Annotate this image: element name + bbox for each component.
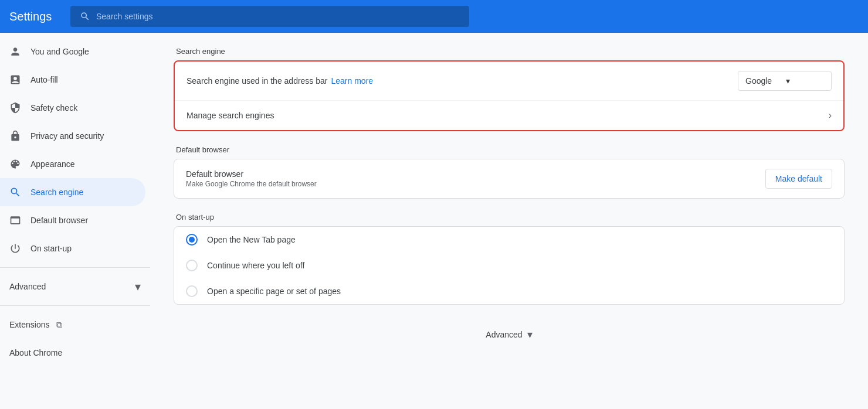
chevron-right-icon: › [829, 110, 832, 121]
search-engine-section-title: Search engine [174, 47, 845, 56]
sidebar-advanced[interactable]: Advanced ▾ [0, 272, 150, 301]
search-placeholder: Search settings [96, 12, 153, 21]
search-icon [80, 11, 90, 22]
on-startup-section-title: On start-up [174, 213, 845, 221]
browser-icon [9, 214, 21, 226]
autofill-icon [9, 74, 21, 86]
sidebar-label-default-browser: Default browser [30, 216, 88, 225]
external-link-icon: ⧉ [56, 320, 62, 330]
default-browser-card: Default browser Make Google Chrome the d… [174, 159, 845, 199]
sidebar-label-auto-fill: Auto-fill [30, 75, 58, 84]
main-content: Search engine Search engine used in the … [150, 33, 868, 409]
advanced-footer[interactable]: Advanced ▾ [174, 319, 845, 350]
default-browser-row: Default browser Make Google Chrome the d… [174, 159, 844, 198]
on-startup-card: Open the New Tab page Continue where you… [174, 226, 845, 305]
sidebar-advanced-label: Advanced [9, 282, 46, 291]
advanced-footer-chevron-icon: ▾ [527, 328, 533, 341]
radio-continue[interactable] [186, 260, 198, 271]
dropdown-value: Google [745, 76, 772, 86]
power-icon [9, 243, 21, 254]
sidebar: You and Google Auto-fill Safety check Pr… [0, 33, 150, 409]
sidebar-item-search-engine[interactable]: Search engine [0, 178, 145, 206]
sidebar-item-extensions[interactable]: Extensions ⧉ [0, 311, 150, 339]
learn-more-link[interactable]: Learn more [331, 76, 374, 86]
advanced-footer-label: Advanced [486, 330, 522, 339]
search-engine-card: Search engine used in the address bar Le… [174, 60, 845, 131]
search-engine-icon [9, 186, 21, 198]
startup-option-specific-page[interactable]: Open a specific page or set of pages [174, 278, 844, 304]
sidebar-item-you-and-google[interactable]: You and Google [0, 38, 145, 66]
sidebar-label-safety-check: Safety check [30, 103, 77, 113]
search-engine-dropdown[interactable]: Google ▾ [738, 71, 832, 91]
sidebar-label-privacy: Privacy and security [30, 131, 104, 141]
sidebar-about-label: About Chrome [9, 348, 62, 357]
manage-search-engines-row[interactable]: Manage search engines › [175, 101, 843, 130]
default-browser-subtitle: Make Google Chrome the default browser [186, 180, 765, 188]
sidebar-extensions-label: Extensions [9, 320, 49, 329]
shield-icon [9, 102, 21, 114]
sidebar-item-safety-check[interactable]: Safety check [0, 94, 145, 122]
app-title: Settings [9, 10, 56, 23]
sidebar-label-search-engine: Search engine [30, 188, 83, 197]
sidebar-label-on-startup: On start-up [30, 244, 72, 253]
default-browser-title: Default browser [186, 169, 765, 179]
default-browser-info: Default browser Make Google Chrome the d… [186, 169, 765, 188]
manage-search-engines-label: Manage search engines [187, 111, 274, 120]
sidebar-item-about-chrome[interactable]: About Chrome [0, 339, 150, 367]
radio-specific-page[interactable] [186, 285, 198, 297]
sidebar-divider [0, 267, 150, 268]
startup-option-continue-label: Continue where you left off [207, 261, 304, 270]
default-browser-section-title: Default browser [174, 145, 845, 154]
startup-option-new-tab[interactable]: Open the New Tab page [174, 227, 844, 253]
palette-icon [9, 158, 21, 170]
header: Settings Search settings [0, 0, 868, 33]
layout: You and Google Auto-fill Safety check Pr… [0, 33, 868, 409]
address-bar-row: Search engine used in the address bar Le… [175, 62, 843, 101]
sidebar-item-on-startup[interactable]: On start-up [0, 234, 145, 263]
sidebar-item-default-browser[interactable]: Default browser [0, 206, 145, 234]
startup-option-new-tab-label: Open the New Tab page [207, 235, 296, 244]
sidebar-item-auto-fill[interactable]: Auto-fill [0, 66, 145, 94]
sidebar-label-you-and-google: You and Google [30, 47, 89, 56]
startup-option-continue[interactable]: Continue where you left off [174, 253, 844, 278]
privacy-icon [9, 130, 21, 142]
address-bar-label: Search engine used in the address bar Le… [187, 76, 738, 86]
make-default-button[interactable]: Make default [765, 169, 832, 189]
sidebar-item-privacy-and-security[interactable]: Privacy and security [0, 122, 145, 150]
radio-inner-new-tab [189, 237, 195, 243]
radio-new-tab[interactable] [186, 234, 198, 246]
chevron-down-icon: ▾ [135, 280, 141, 294]
sidebar-divider-2 [0, 305, 150, 306]
dropdown-arrow-icon: ▾ [786, 76, 790, 86]
sidebar-label-appearance: Appearance [30, 159, 75, 169]
startup-option-specific-page-label: Open a specific page or set of pages [207, 287, 341, 296]
sidebar-item-appearance[interactable]: Appearance [0, 150, 145, 178]
person-icon [9, 46, 21, 57]
search-bar[interactable]: Search settings [70, 6, 469, 27]
